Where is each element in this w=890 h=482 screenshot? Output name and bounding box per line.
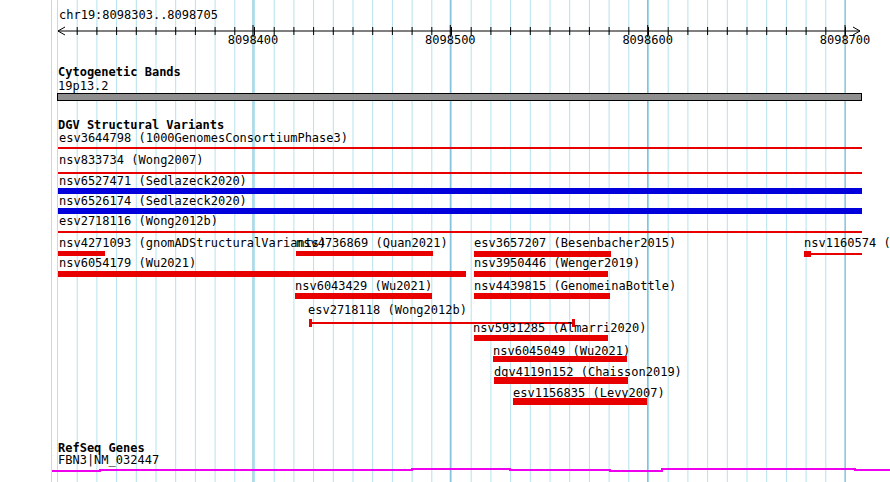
variant-label-nsv4439815[interactable]: nsv4439815 (GenomeinaBottle) [474, 280, 676, 293]
variant-label-nsv4271093[interactable]: nsv4271093 (gnomADStructuralVariants) [59, 237, 326, 250]
variant-label-nsv833734[interactable]: nsv833734 (Wong2007) [59, 154, 204, 167]
variant-label-esv3657207[interactable]: esv3657207 (Besenbacher2015) [474, 237, 676, 250]
variant-label-nsv3950446[interactable]: nsv3950446 (Wenger2019) [474, 257, 640, 270]
variant-label-esv2718118[interactable]: esv2718118 (Wong2012b) [308, 304, 467, 317]
variant-label-nsv4736869[interactable]: nsv4736869 (Quan2021) [296, 237, 448, 250]
cytoband-label[interactable]: 19p13.2 [58, 80, 109, 93]
variant-label-nsv6527471[interactable]: nsv6527471 (Sedlazeck2020) [59, 175, 247, 188]
variant-label-nsv1160574[interactable]: nsv1160574 (Lou [804, 237, 890, 250]
variant-label-nsv6526174[interactable]: nsv6526174 (Sedlazeck2020) [59, 195, 247, 208]
variant-bar-esv3644798[interactable] [58, 147, 863, 149]
variant-range-cap-esv2718118[interactable] [309, 319, 312, 327]
variant-bar-nsv6045049[interactable] [493, 356, 627, 362]
variant-bar-nsv3950446[interactable] [474, 271, 608, 277]
variant-bar-nsv4439815[interactable] [474, 293, 610, 299]
ruler-tick-label: 8098700 [820, 34, 871, 47]
ruler-tick-label: 8098500 [425, 34, 476, 47]
region-coordinates-label: chr19:8098303..8098705 [59, 9, 218, 22]
variant-bar-esv1156835[interactable] [513, 398, 647, 405]
variant-label-nsv5931285[interactable]: nsv5931285 (Almarri2020) [473, 322, 646, 335]
variant-label-nsv6054179[interactable]: nsv6054179 (Wu2021) [59, 257, 196, 270]
variant-tail-line-nsv1160574[interactable] [811, 253, 862, 255]
variant-bar-dgv4119n152[interactable] [494, 377, 628, 384]
ruler-tick-label: 8098600 [622, 34, 673, 47]
ruler-tick-label: 8098400 [228, 34, 279, 47]
cytoband-bar[interactable] [57, 93, 862, 101]
variant-point-nsv1160574[interactable] [804, 251, 811, 257]
variant-bar-esv2718116[interactable] [58, 231, 863, 233]
content-layer: chr19:8098303..8098705 80984008098500809… [0, 0, 890, 482]
genome-browser-panel: chr19:8098303..8098705 80984008098500809… [0, 0, 890, 482]
refseq-gene-label[interactable]: FBN3|NM_032447 [58, 454, 159, 467]
variant-label-esv2718116[interactable]: esv2718116 (Wong2012b) [59, 215, 218, 228]
variant-bar-nsv6054179[interactable] [58, 271, 467, 277]
variant-bar-nsv4736869[interactable] [296, 251, 433, 256]
variant-label-nsv6043429[interactable]: nsv6043429 (Wu2021) [295, 280, 432, 293]
section-title-cytogenetic-bands: Cytogenetic Bands [58, 66, 181, 79]
variant-label-esv3644798[interactable]: esv3644798 (1000GenomesConsortiumPhase3) [59, 132, 348, 145]
variant-bar-nsv5931285[interactable] [474, 335, 608, 341]
variant-bar-nsv6043429[interactable] [295, 293, 432, 299]
